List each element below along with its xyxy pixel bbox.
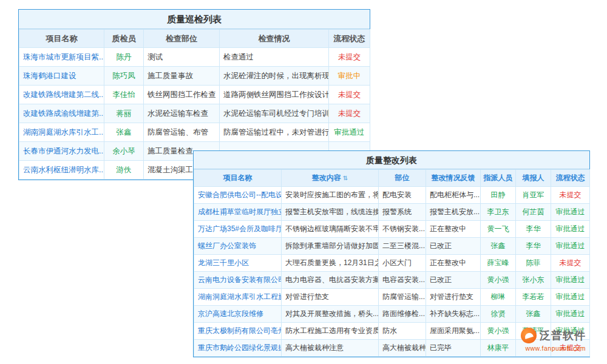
project-cell[interactable]: 万达广场35#会所及咖啡厅空... [194,221,282,238]
assignee-cell: 黄小强 [481,323,516,340]
column-header-reporter: 填报人 [516,170,551,187]
column-header-content[interactable]: 整改内容⇅ [282,170,379,187]
table-row[interactable]: 云南电力设备安装有限公司20...电力电容器、电抗器安装方案...电容器安装..… [194,272,590,289]
status-cell: 审批通过 [551,204,590,221]
assignee-cell: 李卫东 [481,204,516,221]
project-cell[interactable]: 云南电力设备安装有限公司20... [194,272,282,289]
header-row: 项目名称整改内容⇅部位整改情况反馈指派人员填报人流程状态 [194,170,590,187]
feedback-cell: 对管进行垫支 [426,289,481,306]
table-row[interactable]: 改建铁路线增建第二线...李佳怡铁丝网围挡工作检查道路两侧铁丝网围挡工作按设计.… [19,86,370,104]
assignee-cell: 黄一飞 [481,221,516,238]
table-row[interactable]: 成都杜甫草堂临时展厅独立展...报警主机安放牢固，线缆连接...报警系统报警主机… [194,204,590,221]
project-cell[interactable]: 珠海鹤港口建设 [19,67,104,86]
brand-name: 泛普软件 [540,328,586,343]
table-row[interactable]: 安徽合肥供电公司--配电设备...安装时应按施工图的布置，将...配电安装配电柜… [194,187,590,204]
location-cell: 水泥砼运输车检查 [144,104,220,123]
column-header-project: 项目名称 [19,30,104,48]
project-cell[interactable]: 云南水利枢纽潜明水库... [19,161,104,180]
status-cell: 未提交 [329,104,370,123]
project-cell[interactable]: 湖南洞庭湖水库引水工程施工... [194,289,282,306]
status-cell: 审批通过 [551,289,590,306]
table-row[interactable]: 珠海市城市更新项目紫...陈丹测试检查通过未提交 [19,48,370,67]
column-header-assignee: 指派人员 [481,170,516,187]
feedback-cell: 已改正 [426,272,481,289]
project-cell[interactable]: 京沪高速北京段维修 [194,306,282,323]
location-cell: 防腐管运输、布管 [144,123,220,142]
reporter-cell: 李华 [516,238,551,255]
project-cell[interactable]: 改建铁路线增建第二线... [19,86,104,104]
project-cell[interactable]: 重庆市鹅岭公园绿化景观提升... [194,340,282,357]
status-cell: 审批中 [329,67,370,86]
rectification-table-title: 质量整改列表 [194,151,589,169]
project-cell[interactable]: 湖南洞庭湖水库引水工... [19,123,104,142]
location-cell: 铁丝网围挡工作检查 [144,86,220,104]
status-cell: 未提交 [551,255,590,272]
table-row[interactable]: 珠海鹤港口建设陈巧凤施工质量事故水泥砼灌注的时候，出现离析现象审批中 [19,67,370,86]
feedback-cell: 报警主机安放... [426,204,481,221]
situation-cell: 水泥砼灌注的时候，出现离析现象 [220,67,329,86]
table-row[interactable]: 改建铁路成渝线增建第...蒋丽水泥砼运输车检查水泥砼运输车司机经过专门培训...… [19,104,370,123]
project-cell[interactable]: 安徽合肥供电公司--配电设备... [194,187,282,204]
project-cell[interactable]: 长春市伊通河水力发电... [19,142,104,161]
reporter-cell: 李华 [516,221,551,238]
inspector-cell: 张鑫 [104,123,144,142]
table-row[interactable]: 京沪高速北京段维修对其及开展整改措施，桥头...路面维修检...补齐缺失标志..… [194,306,590,323]
project-cell[interactable]: 重庆太极制药有限公司亳州中... [194,323,282,340]
part-cell: 报警系统 [379,204,426,221]
column-header-inspector: 质检员 [104,30,144,48]
reporter-cell: 张小东 [516,272,551,289]
rectification-table-panel: 质量整改列表 项目名称整改内容⇅部位整改情况反馈指派人员填报人流程状态 安徽合肥… [193,150,590,357]
reporter-cell: 肖亚军 [516,187,551,204]
content-cell: 安装时应按施工图的布置，将... [282,187,379,204]
situation-cell: 道路两侧铁丝网围挡工作按设计... [220,86,329,104]
column-label: 部位 [395,174,410,182]
assignee-cell: 黄小强 [481,272,516,289]
content-cell: 报警主机安放牢固，线缆连接... [282,204,379,221]
assignee-cell: 柳琳 [481,289,516,306]
column-label: 质检员 [112,34,136,43]
part-cell: 防水 [379,323,426,340]
table-row[interactable]: 螺丝厂办公室装饰拆除到承重墙部分请做好加固...二至三楼混...已改正张鑫李华审… [194,238,590,255]
location-cell: 测试 [144,48,220,67]
table-row[interactable]: 湖南洞庭湖水库引水工...张鑫防腐管运输、布管防腐管运输过程中，未对管进行...… [19,123,370,142]
column-header-location: 检查部位 [144,30,220,48]
fanpu-logo-icon [521,328,537,343]
project-cell[interactable]: 改建铁路成渝线增建第... [19,104,104,123]
part-cell: 二至三楼混... [379,238,426,255]
column-header-feedback: 整改情况反馈 [426,170,481,187]
situation-cell: 水泥砼运输车司机经过专门培训... [220,104,329,123]
situation-cell: 检查通过 [220,48,329,67]
part-cell: 高大楠被栽种 [379,340,426,357]
reporter-cell: 何芷茵 [516,204,551,221]
content-cell: 电力电容器、电抗器安装方案... [282,272,379,289]
status-cell: 审批通过 [551,221,590,238]
project-cell[interactable]: 珠海市城市更新项目紫... [19,48,104,67]
column-header-status: 流程状态 [329,30,370,48]
column-label: 填报人 [523,174,544,182]
brand-logo[interactable]: 泛普软件 www.fanpusoft.com [521,328,586,352]
column-label: 整改内容 [312,174,341,182]
content-cell: 拆除到承重墙部分请做好加固... [282,238,379,255]
header-row: 项目名称质检员检查部位检查情况流程状态 [19,30,370,48]
assignee-cell: 张鑫 [481,238,516,255]
feedback-cell: 正在整改中 [426,255,481,272]
part-cell: 防腐管运输... [379,289,426,306]
sort-icon[interactable]: ⇅ [343,175,348,181]
status-cell: 审批通过 [551,272,590,289]
content-cell: 大理石质量更换，12月31日之... [282,255,379,272]
inspector-cell: 陈丹 [104,48,144,67]
project-cell[interactable]: 螺丝厂办公室装饰 [194,238,282,255]
table-row[interactable]: 湖南洞庭湖水库引水工程施工...对管进行垫支防腐管运输...对管进行垫支柳琳李若… [194,289,590,306]
project-cell[interactable]: 龙湖三千里小区 [194,255,282,272]
project-cell[interactable]: 成都杜甫草堂临时展厅独立展... [194,204,282,221]
part-cell: 不锈钢安装... [379,221,426,238]
inspection-table-title: 质量巡检列表 [19,10,370,29]
reporter-cell: 张鑫 [516,306,551,323]
inspector-cell: 陈巧凤 [104,67,144,86]
status-cell: 未提交 [329,86,370,104]
table-row[interactable]: 龙湖三千里小区大理石质量更换，12月31日之...小区大门正在整改中薛宝峰陈菲未… [194,255,590,272]
brand-site-url[interactable]: www.fanpusoft.com [521,345,586,352]
table-row[interactable]: 万达广场35#会所及咖啡厅空...不锈钢边框玻璃隔断安装不牢...不锈钢安装..… [194,221,590,238]
column-label: 流程状态 [556,174,585,182]
status-cell: 审批通过 [551,238,590,255]
